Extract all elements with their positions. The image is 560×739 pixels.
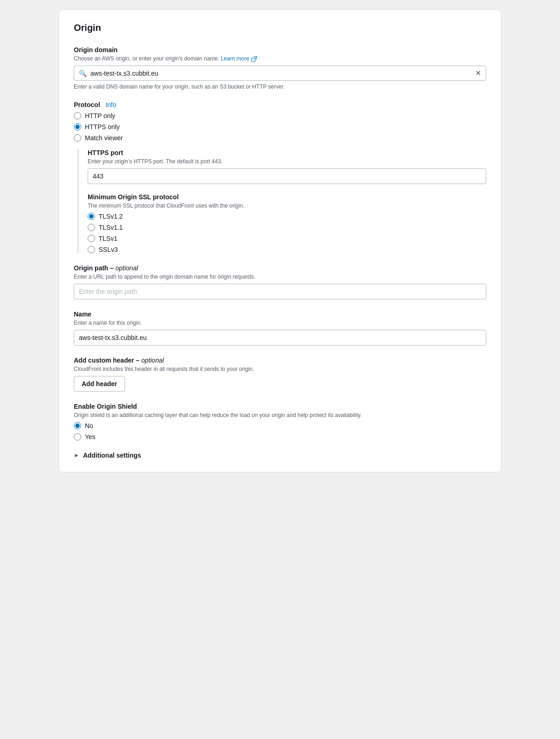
https-port-subsection: HTTPS port Enter your origin's HTTPS por… [88,149,486,184]
custom-header-label: Add custom header [74,357,134,364]
origin-domain-input[interactable] [90,70,471,77]
origin-shield-yes[interactable]: Yes [74,433,486,441]
origin-shield-no-radio[interactable] [74,422,81,429]
protocol-radio-group: HTTP only HTTPS only Match viewer [74,112,486,142]
page-title: Origin [74,23,486,33]
origin-path-optional: optional [115,264,138,272]
https-port-input[interactable] [88,168,486,184]
protocol-http-only[interactable]: HTTP only [74,112,486,119]
origin-domain-hint: Enter a valid DNS domain name for your o… [74,83,486,90]
learn-more-link[interactable]: Learn more [221,55,257,62]
name-label: Name [74,310,486,318]
chevron-right-icon: ► [74,452,79,459]
clear-icon[interactable]: ✕ [475,69,481,77]
ssl-tlsv1-label: TLSv1 [99,235,117,242]
origin-shield-yes-radio[interactable] [74,433,81,441]
custom-header-desc: CloudFront includes this header in all r… [74,366,486,372]
origin-domain-search-box: 🔍 ✕ [74,66,486,81]
ssl-protocol-desc: The minimum SSL protocol that CloudFront… [88,203,486,209]
ssl-sslv3-radio[interactable] [88,246,95,253]
ssl-tlsv1[interactable]: TLSv1 [88,235,486,242]
origin-path-input[interactable] [74,284,486,299]
https-indented-section: HTTPS port Enter your origin's HTTPS por… [77,149,486,253]
protocol-match-viewer-radio[interactable] [74,134,81,142]
origin-shield-section: Enable Origin Shield Origin shield is an… [74,403,486,441]
protocol-section: Protocol Info HTTP only HTTPS only Match… [74,101,486,253]
origin-shield-yes-label: Yes [85,433,95,441]
ssl-tlsv1-2-label: TLSv1.2 [99,213,123,220]
origin-domain-label: Origin domain [74,46,486,54]
ssl-tlsv1-2[interactable]: TLSv1.2 [88,213,486,220]
additional-settings-toggle[interactable]: ► Additional settings [74,452,486,459]
origin-domain-description: Choose an AWS origin, or enter your orig… [74,55,486,62]
search-icon: 🔍 [79,70,87,77]
name-desc: Enter a name for this origin. [74,320,486,326]
external-link-icon [251,56,257,62]
origin-shield-label: Enable Origin Shield [74,403,486,410]
ssl-tlsv1-radio[interactable] [88,235,95,242]
origin-domain-section: Origin domain Choose an AWS origin, or e… [74,46,486,90]
ssl-protocol-label: Minimum Origin SSL protocol [88,193,486,201]
ssl-tlsv1-1[interactable]: TLSv1.1 [88,224,486,231]
protocol-https-only-radio[interactable] [74,123,81,131]
custom-header-section: Add custom header – optional CloudFront … [74,357,486,392]
origin-path-section: Origin path – optional Enter a URL path … [74,264,486,299]
custom-header-optional: optional [141,357,164,364]
additional-settings-label: Additional settings [83,452,141,459]
ssl-sslv3-label: SSLv3 [99,246,118,253]
protocol-http-only-label: HTTP only [85,112,115,119]
protocol-https-only-label: HTTPS only [85,123,119,131]
https-port-desc: Enter your origin's HTTPS port. The defa… [88,158,486,165]
protocol-match-viewer[interactable]: Match viewer [74,134,486,142]
name-section: Name Enter a name for this origin. [74,310,486,346]
https-port-label: HTTPS port [88,149,486,156]
ssl-tlsv1-1-label: TLSv1.1 [99,224,123,231]
origin-path-label: Origin path [74,264,108,272]
protocol-https-only[interactable]: HTTPS only [74,123,486,131]
origin-shield-radio-group: No Yes [74,422,486,441]
origin-path-dash: – [110,264,116,272]
protocol-match-viewer-label: Match viewer [85,134,123,142]
origin-shield-desc: Origin shield is an additional caching l… [74,412,486,418]
ssl-sslv3[interactable]: SSLv3 [88,246,486,253]
protocol-http-only-radio[interactable] [74,112,81,119]
ssl-tlsv1-2-radio[interactable] [88,213,95,220]
ssl-protocol-subsection: Minimum Origin SSL protocol The minimum … [88,193,486,253]
protocol-info-link[interactable]: Info [106,101,116,108]
origin-shield-no[interactable]: No [74,422,486,429]
ssl-tlsv1-1-radio[interactable] [88,224,95,231]
protocol-label: Protocol [74,101,100,108]
origin-card: Origin Origin domain Choose an AWS origi… [59,9,501,472]
origin-shield-no-label: No [85,422,93,429]
origin-path-desc: Enter a URL path to append to the origin… [74,274,486,280]
name-input[interactable] [74,330,486,346]
ssl-radio-group: TLSv1.2 TLSv1.1 TLSv1 SSLv3 [88,213,486,253]
add-header-button[interactable]: Add header [74,376,125,392]
custom-header-dash: – [136,357,142,364]
